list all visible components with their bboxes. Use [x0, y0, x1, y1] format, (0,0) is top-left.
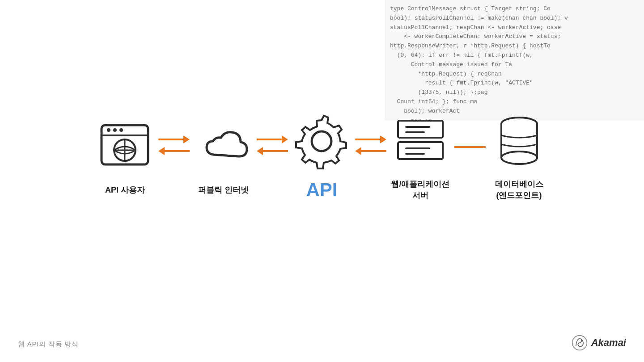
gear-icon — [292, 112, 351, 170]
double-arrow-2 — [257, 135, 288, 155]
cloud-icon — [194, 118, 252, 176]
database-label: 데이터베이스 (엔드포인트) — [495, 179, 543, 201]
arrow-api-server — [355, 135, 386, 155]
double-arrow-1 — [158, 135, 190, 155]
arrow-internet-api — [257, 135, 288, 155]
server-icon — [391, 112, 449, 170]
web-app-server-item: 웹/애플리케이션 서버 — [391, 112, 449, 201]
public-internet-item: 퍼블릭 인터넷 — [194, 118, 252, 196]
double-arrow-3 — [355, 135, 386, 155]
diagram-area: API 사용자 퍼블릭 인터넷 — [0, 112, 644, 201]
api-user-item: API 사용자 — [96, 118, 154, 196]
arrow-user-internet — [158, 135, 190, 155]
api-item: API — [292, 112, 351, 201]
web-app-server-label: 웹/애플리케이션 서버 — [391, 179, 449, 201]
arrow-server-db — [454, 143, 486, 148]
browser-icon — [96, 118, 154, 176]
arrow-right-1 — [158, 135, 190, 143]
akamai-text: Akamai — [591, 337, 626, 349]
arrow-left-2 — [257, 147, 288, 155]
code-background: type ControlMessage struct { Target stri… — [385, 0, 644, 121]
akamai-logo: Akamai — [572, 335, 626, 351]
arrow-right-2 — [257, 135, 288, 143]
arrow-left-3 — [355, 147, 386, 155]
svg-point-3 — [113, 128, 117, 132]
single-line-arrow — [454, 146, 486, 148]
arrow-right-3 — [355, 135, 386, 143]
api-user-label: API 사용자 — [105, 185, 145, 196]
svg-point-4 — [119, 128, 123, 132]
svg-point-8 — [312, 131, 331, 151]
svg-point-2 — [107, 128, 110, 132]
akamai-icon — [572, 335, 588, 351]
svg-rect-12 — [398, 142, 443, 159]
database-icon — [490, 112, 548, 170]
database-item: 데이터베이스 (엔드포인트) — [490, 112, 548, 201]
bottom-label: 웹 API의 작동 방식 — [18, 340, 79, 349]
svg-point-19 — [501, 152, 537, 164]
api-text-label: API — [306, 179, 337, 201]
svg-rect-9 — [398, 121, 443, 138]
arrow-left-1 — [158, 147, 190, 155]
public-internet-label: 퍼블릭 인터넷 — [198, 185, 249, 196]
